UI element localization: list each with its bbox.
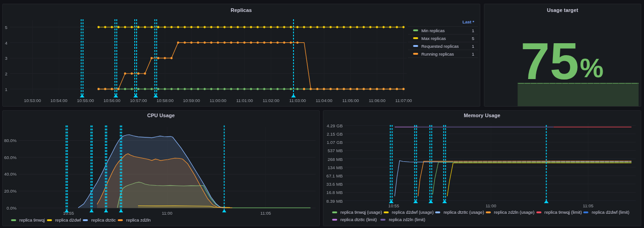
svg-text:3: 3 [5, 56, 7, 61]
svg-text:60.0%: 60.0% [4, 155, 17, 160]
svg-text:4.29 GB: 4.29 GB [327, 123, 343, 128]
svg-text:10:56:00: 10:56:00 [104, 98, 121, 103]
svg-text:10:54:00: 10:54:00 [51, 98, 68, 103]
svg-text:2.15 GB: 2.15 GB [327, 131, 343, 137]
svg-text:67.1 MB: 67.1 MB [327, 173, 343, 178]
svg-text:1: 1 [5, 87, 7, 92]
svg-text:11:05: 11:05 [260, 211, 271, 216]
svg-text:10:55: 10:55 [388, 203, 399, 208]
svg-text:11:05: 11:05 [583, 203, 593, 208]
svg-text:20.0%: 20.0% [4, 188, 17, 194]
svg-text:537 MB: 537 MB [328, 148, 343, 153]
svg-text:134 MB: 134 MB [328, 165, 343, 170]
svg-text:10:55: 10:55 [63, 211, 74, 216]
svg-text:5: 5 [5, 25, 7, 30]
svg-text:80.0%: 80.0% [4, 138, 17, 143]
svg-text:11:02:00: 11:02:00 [263, 98, 279, 103]
svg-text:10:53:00: 10:53:00 [24, 98, 41, 103]
svg-text:33.6 MB: 33.6 MB [327, 182, 343, 187]
svg-text:1.07 GB: 1.07 GB [327, 140, 343, 145]
svg-text:10:55:00: 10:55:00 [77, 98, 94, 103]
svg-text:11:07:00: 11:07:00 [395, 98, 412, 103]
svg-text:10:59:00: 10:59:00 [183, 98, 200, 103]
svg-text:11:05:00: 11:05:00 [342, 98, 359, 103]
svg-text:16.8 MB: 16.8 MB [327, 190, 343, 195]
svg-text:4: 4 [5, 40, 7, 46]
svg-text:11:03:00: 11:03:00 [289, 98, 306, 103]
svg-text:11:04:00: 11:04:00 [316, 98, 332, 103]
svg-text:0.0%: 0.0% [6, 205, 17, 211]
svg-text:11:06:00: 11:06:00 [369, 98, 385, 103]
svg-text:268 MB: 268 MB [328, 157, 343, 162]
svg-text:10:57:00: 10:57:00 [130, 98, 147, 103]
svg-text:10:58:00: 10:58:00 [156, 98, 173, 103]
svg-text:40.0%: 40.0% [4, 171, 17, 177]
svg-text:11:01:00: 11:01:00 [236, 98, 253, 103]
svg-text:11:00: 11:00 [162, 211, 172, 216]
svg-text:2: 2 [5, 71, 7, 76]
svg-text:8.39 MB: 8.39 MB [327, 199, 343, 204]
svg-text:75%: 75% [521, 32, 604, 90]
svg-text:11:00:00: 11:00:00 [210, 98, 226, 103]
svg-text:11:00: 11:00 [486, 203, 496, 208]
